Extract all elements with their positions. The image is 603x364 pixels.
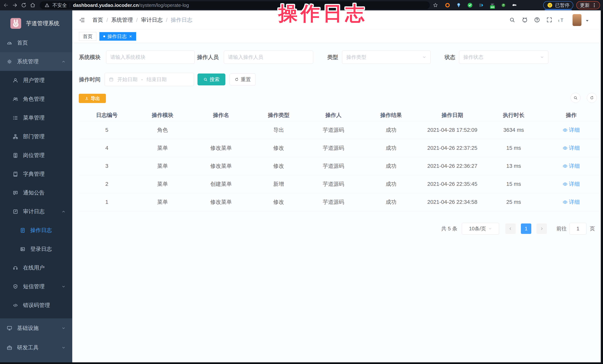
profile-status-label: 已暂停: [555, 2, 569, 9]
prev-page-button[interactable]: [505, 223, 516, 234]
menu-fold-icon[interactable]: [79, 17, 85, 23]
operate-log-icon: [20, 228, 25, 233]
sidebar-item-sms-management[interactable]: 短信管理: [0, 277, 72, 296]
column-header: 日志编号: [79, 110, 135, 121]
fullscreen-icon[interactable]: [546, 17, 553, 23]
detail-link[interactable]: 详细: [563, 199, 580, 206]
code-icon: [13, 303, 18, 308]
sidebar-item-post-management[interactable]: 岗位管理: [0, 146, 72, 165]
chevron-right-icon: [540, 227, 544, 231]
app-logo[interactable]: 芋道管理系统: [0, 11, 72, 33]
sidebar-item-notice[interactable]: 通知公告: [0, 183, 72, 202]
detail-link[interactable]: 详细: [563, 126, 580, 134]
sidebar-item-menu-management[interactable]: 菜单管理: [0, 108, 72, 127]
help-icon[interactable]: [534, 17, 540, 23]
shield-check-icon: [13, 284, 18, 289]
column-header: 操作人: [306, 110, 361, 121]
extension-green-v-icon[interactable]: [467, 2, 473, 8]
extension-gem-icon[interactable]: [478, 2, 484, 8]
sidebar-item-home[interactable]: 首页: [0, 33, 72, 52]
org-tree-icon: [13, 134, 18, 139]
sidebar-item-system-management[interactable]: 系统管理: [0, 52, 72, 71]
bookmark-star-icon[interactable]: [433, 3, 438, 8]
extensions-puzzle-icon[interactable]: [512, 2, 517, 8]
search-button[interactable]: 搜索: [197, 74, 225, 85]
detail-link[interactable]: 详细: [563, 162, 580, 170]
sidebar-item-error-code[interactable]: 错误码管理: [0, 296, 72, 315]
kebab-menu-icon[interactable]: [592, 3, 596, 8]
status-select[interactable]: 操作状态: [459, 51, 548, 64]
extension-pin-icon[interactable]: [456, 2, 462, 8]
chevron-down-icon: [61, 285, 66, 289]
main-content: 系统模块 操作人员 类型 操作类型 状态 操作状态 操作时间 开始日期 - 结束…: [72, 43, 601, 363]
table-row: 4菜单修改菜单修改芋道源码成功2021-04-26 22:37:2515 ms …: [79, 139, 599, 157]
breadcrumb-home[interactable]: 首页: [92, 16, 103, 24]
operator-input-field[interactable]: [228, 54, 309, 60]
browser-profile-chip[interactable]: 已暂停: [543, 1, 573, 9]
export-button[interactable]: 导出: [79, 94, 106, 103]
update-label: 更新: [580, 2, 590, 9]
font-size-icon[interactable]: tT: [558, 17, 566, 23]
type-select[interactable]: 操作类型: [342, 51, 431, 64]
caret-down-icon[interactable]: [585, 19, 589, 22]
breadcrumb-system[interactable]: 系统管理: [111, 16, 133, 24]
close-icon[interactable]: [129, 35, 132, 38]
sidebar-item-online-users[interactable]: 在线用户: [0, 258, 72, 277]
column-header: 操作名: [190, 110, 252, 121]
detail-link[interactable]: 详细: [563, 144, 580, 152]
gear-icon: [7, 59, 12, 64]
sidebar-item-dict-management[interactable]: 字典管理: [0, 165, 72, 183]
sidebar-item-dept-management[interactable]: 部门管理: [0, 127, 72, 146]
back-icon[interactable]: [3, 2, 9, 8]
home-icon[interactable]: [30, 2, 36, 8]
sidebar-item-infrastructure[interactable]: 基础设施: [0, 318, 72, 338]
sidebar-submenu-system: 用户管理 角色管理 菜单管理 部门管理 岗位管理 字典管理: [0, 71, 72, 318]
extension-dark-on-icon[interactable]: on: [490, 2, 495, 8]
column-header: 操作结果: [361, 110, 421, 121]
refresh-icon: [234, 77, 239, 82]
search-icon[interactable]: [509, 17, 515, 23]
monitor-icon: [7, 325, 12, 331]
column-header: 操作类型: [252, 110, 306, 121]
github-icon[interactable]: [522, 17, 528, 23]
current-page-button[interactable]: 1: [521, 223, 531, 234]
sidebar-item-operate-log[interactable]: 操作日志: [0, 221, 72, 240]
sidebar-item-login-log[interactable]: 登录日志: [0, 240, 72, 258]
audit-log-icon: [13, 209, 18, 214]
reset-button[interactable]: 重置: [230, 74, 256, 85]
extension-orange-icon[interactable]: [445, 2, 450, 8]
next-page-button[interactable]: [536, 223, 547, 234]
tab-home[interactable]: 首页: [79, 32, 96, 41]
chevron-down-icon: [61, 346, 66, 350]
date-range-picker[interactable]: 开始日期 - 结束日期: [104, 73, 194, 86]
operator-input[interactable]: [224, 51, 313, 64]
sidebar-item-user-management[interactable]: 用户管理: [0, 71, 72, 90]
user-avatar[interactable]: [573, 14, 581, 26]
refresh-table-button[interactable]: [587, 93, 597, 103]
operator-label: 操作人员: [197, 51, 219, 64]
page-size-select[interactable]: 10条/页: [462, 223, 499, 235]
sidebar-item-audit-log[interactable]: 审计日志: [0, 202, 72, 221]
announcement-icon: [13, 190, 18, 196]
annotation-text: 操作日志: [278, 1, 367, 27]
goto-page-input[interactable]: [569, 223, 586, 235]
toggle-search-button[interactable]: [570, 93, 580, 103]
breadcrumb-audit-log[interactable]: 审计日志: [141, 16, 162, 24]
time-label: 操作时间: [79, 73, 101, 86]
address-bar[interactable]: 不安全 dashboard.yudao.iocoder.cn/system/lo…: [40, 1, 430, 9]
extension-green-icon[interactable]: [501, 3, 506, 8]
detail-link[interactable]: 详细: [563, 180, 580, 188]
table-row: 3菜单修改菜单修改芋道源码成功2021-04-26 22:36:2713 ms …: [79, 157, 599, 175]
login-log-icon: [20, 246, 25, 252]
browser-update-button[interactable]: 更新: [576, 1, 600, 9]
reload-icon[interactable]: [21, 2, 27, 8]
eye-icon: [563, 182, 568, 187]
tab-operate-log[interactable]: 操作日志: [99, 32, 136, 41]
sidebar-item-dev-tools[interactable]: 研发工具: [0, 338, 72, 357]
module-input-field[interactable]: [110, 54, 190, 60]
sidebar-item-role-management[interactable]: 角色管理: [0, 90, 72, 108]
forward-icon[interactable]: [12, 2, 18, 8]
chevron-up-icon: [61, 210, 66, 214]
emoji-avatar-icon: [547, 2, 553, 8]
module-input[interactable]: [106, 51, 195, 64]
